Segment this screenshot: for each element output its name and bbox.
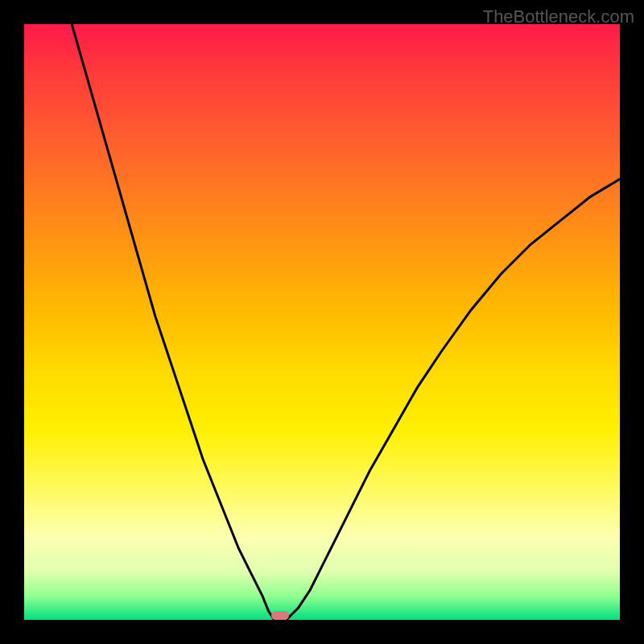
chart-container: { "watermark": "TheBottleneck.com", "col…	[0, 0, 644, 644]
curve-right-branch	[287, 179, 620, 620]
curve-left-branch	[72, 24, 275, 620]
minimum-marker	[271, 611, 289, 620]
plot-area	[24, 24, 620, 620]
watermark-text: TheBottleneck.com	[483, 6, 634, 27]
curve-svg	[24, 24, 620, 620]
